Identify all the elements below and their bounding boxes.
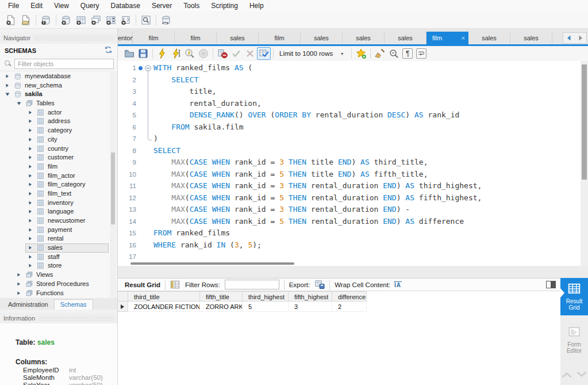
chevron-up-icon[interactable] [560,371,573,379]
code-line-16[interactable]: 16WHERE rank_id IN (3, 5); [118,239,580,251]
code-line-5[interactable]: 5 DENSE_RANK() OVER (ORDER BY rental_dur… [118,109,580,121]
tree-item-staff[interactable]: staff [0,253,110,262]
tree-item-new-schema[interactable]: new_schema [0,81,110,90]
export-recordset-icon[interactable] [312,277,327,292]
editor-tab-sales[interactable]: sales [510,32,552,44]
code-line-6[interactable]: 6 FROM sakila.film [118,121,580,134]
menu-item-edit[interactable]: Edit [25,0,48,12]
tree-item-sakila[interactable]: sakila [0,90,110,99]
tree-item-functions[interactable]: Functions [0,289,110,298]
grid-cell[interactable]: 2 [332,302,367,312]
chevron-expanded-icon[interactable] [5,92,10,97]
menu-item-server[interactable]: Server [146,0,178,12]
editor-result-splitter[interactable] [118,266,588,278]
code-line-7[interactable]: 7) [118,133,580,145]
tree-item-city[interactable]: city [0,135,110,144]
chevron-collapsed-icon[interactable] [28,182,33,188]
execute-icon[interactable] [155,47,169,60]
grid-data-row[interactable]: ZOOLANDER FICTIONZORRO ARK532 [118,302,367,312]
chevron-collapsed-icon[interactable] [28,209,33,215]
tree-scrollbar[interactable] [110,72,116,298]
grid-cell[interactable]: 3 [289,302,332,312]
sidebar-tab-administration[interactable]: Administration [2,300,54,310]
tree-item-film-text[interactable]: film_text [0,189,110,199]
new-sql-tab-icon[interactable] [3,13,18,28]
grid-cell[interactable]: ZORRO ARK [200,302,243,312]
editor-hscroll-thumb[interactable] [130,262,294,265]
grid-cell[interactable]: 5 [243,302,289,312]
chevron-collapsed-icon[interactable] [16,272,22,278]
editor-tab-sales[interactable]: sales [217,32,259,44]
side-tab-result-grid[interactable]: ResultGrid [560,278,588,315]
chevron-collapsed-icon[interactable] [28,218,33,224]
code-line-9[interactable]: 9 MAX(CASE WHEN rank_id = 3 THEN title E… [118,157,580,169]
chevron-expanded-icon[interactable] [16,101,22,106]
menu-item-file[interactable]: File [2,0,25,12]
editor-tab-entory[interactable]: entory [118,32,133,44]
tree-item-inventory[interactable]: inventory [0,199,110,208]
limit-rows-combo[interactable]: Limit to 1000 rows▾ [279,50,345,57]
tree-item-actor[interactable]: actor [0,108,110,117]
stop-on-error-toggle-icon[interactable] [216,47,229,60]
collapse-sidebar-panel-icon[interactable] [546,281,556,288]
grid-column-header-third-highest[interactable]: third_highest [243,291,289,302]
chevron-collapsed-icon[interactable] [28,263,33,269]
tree-item-sales[interactable]: sales [0,243,110,253]
chevron-down-icon[interactable] [575,371,588,379]
grid-column-header-difference[interactable]: difference [332,291,367,302]
toggle-wrap-icon[interactable] [416,48,426,59]
editor-tab-film[interactable]: film [175,32,217,44]
create-view-icon[interactable] [89,13,103,28]
inspector-icon[interactable] [39,13,53,28]
menu-item-view[interactable]: View [48,0,75,12]
code-line-17[interactable]: 17 [118,251,580,263]
close-tab-icon[interactable]: × [462,32,465,44]
tree-item-country[interactable]: country [0,144,110,154]
code-line-4[interactable]: 4 rental_duration, [118,98,580,110]
tab-scroll-arrows[interactable] [563,32,587,44]
tree-item-address[interactable]: address [0,117,110,126]
sidebar-tab-schemas[interactable]: Schemas [54,299,93,310]
chevron-collapsed-icon[interactable] [28,254,33,260]
code-line-14[interactable]: 14 MAX(CASE WHEN rank_id = 5 THEN rental… [118,216,580,228]
code-line-15[interactable]: 15FROM ranked_films [118,227,580,239]
tree-item-category[interactable]: category [0,126,110,135]
tree-item-film[interactable]: film [0,162,110,171]
code-line-2[interactable]: 2 SELECT [118,74,580,86]
menu-item-query[interactable]: Query [75,0,105,12]
editor-tab-sales[interactable]: sales [468,32,510,44]
chevron-collapsed-icon[interactable] [16,281,22,287]
stop-icon[interactable] [197,47,210,60]
code-line-11[interactable]: 11 MAX(CASE WHEN rank_id = 3 THEN rental… [118,180,580,192]
editor-tab-film[interactable]: film [259,32,301,44]
execute-statement-icon[interactable] [169,47,183,60]
tree-item-payment[interactable]: payment [0,226,110,235]
menu-item-database[interactable]: Database [105,0,146,12]
code-line-12[interactable]: 12 MAX(CASE WHEN rank_id = 5 THEN rental… [118,192,580,204]
grid-cell[interactable]: ZOOLANDER FICTION [128,302,200,312]
chevron-collapsed-icon[interactable] [28,128,33,134]
rollback-icon[interactable] [243,47,257,60]
editor-vscroll-thumb[interactable] [582,64,587,180]
chevron-collapsed-icon[interactable] [28,173,33,179]
sql-editor[interactable]: 1WITH ranked_films AS (2 SELECT3 title,4… [118,61,580,266]
open-file-icon[interactable] [122,47,136,60]
create-table-icon[interactable] [74,13,89,28]
create-function-icon[interactable] [118,13,133,28]
tree-item-mynewdatabase[interactable]: mynewdatabase [0,72,110,81]
menu-item-help[interactable]: Help [244,0,270,12]
tree-item-language[interactable]: language [0,207,110,216]
editor-tab-sales[interactable]: sales [301,32,343,44]
chevron-collapsed-icon[interactable] [28,164,33,170]
autocommit-toggle-icon[interactable] [257,47,271,60]
chevron-collapsed-icon[interactable] [28,191,33,197]
chevron-collapsed-icon[interactable] [5,74,10,79]
tree-item-stored-procedures[interactable]: Stored Procedures [0,280,110,289]
chevron-collapsed-icon[interactable] [28,236,33,242]
editor-tab-film[interactable]: film [133,32,175,44]
chevron-collapsed-icon[interactable] [28,155,33,161]
beautify-icon[interactable] [373,47,387,60]
create-procedure-icon[interactable] [103,13,118,28]
editor-tab-film[interactable]: film× [426,32,468,44]
wrap-cell-content-icon[interactable] [394,281,402,288]
